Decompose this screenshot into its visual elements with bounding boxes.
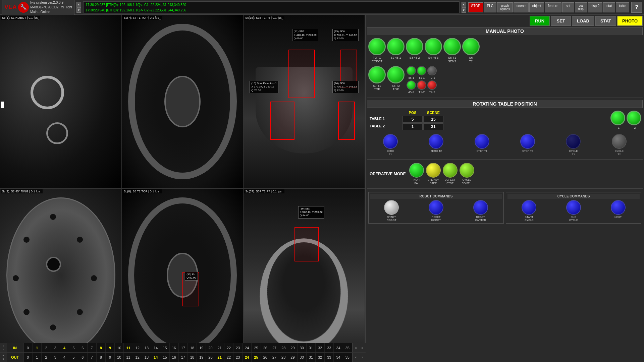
io-out-3[interactable]: 3 [51, 353, 60, 362]
io-out-14[interactable]: 14 [151, 353, 160, 362]
io-in-30[interactable]: 30 [298, 343, 307, 352]
photo-btn-s8t2[interactable]: S8 T2TOP [387, 66, 405, 92]
io-in-13[interactable]: 13 [142, 343, 151, 352]
io-in-10[interactable]: 10 [115, 343, 124, 352]
io-in-33[interactable]: 33 [325, 343, 334, 352]
op-normal-circle[interactable] [409, 163, 424, 178]
photo-btn-foto-robot[interactable]: FOTOROBOT [368, 38, 386, 63]
photo-btn-s345-2[interactable]: S3 45 2 [406, 38, 423, 63]
io-in-8[interactable]: 8 [97, 343, 106, 352]
cycle-t1-circle[interactable] [566, 134, 581, 149]
io-out-13[interactable]: 13 [142, 353, 151, 362]
io-right-out[interactable]: » [2, 357, 4, 361]
io-in-34[interactable]: 34 [334, 343, 343, 352]
end-cycle-circle[interactable] [566, 200, 581, 215]
io-in-22[interactable]: 22 [224, 343, 233, 352]
photo-button[interactable]: PHOTO [617, 16, 643, 26]
io-right-in[interactable]: » [2, 348, 4, 351]
io-out-20[interactable]: 20 [206, 353, 215, 362]
io-in-18[interactable]: 18 [188, 343, 197, 352]
zero-t2-btn[interactable]: ZERO T2 [414, 134, 458, 156]
cycle-t1-btn[interactable]: CYCLET1 [551, 134, 595, 156]
plc-button[interactable]: PLC [484, 2, 496, 12]
feature-button[interactable]: feature [545, 2, 561, 12]
io-in-21[interactable]: 21 [215, 343, 224, 352]
op-defectstop-circle[interactable] [443, 163, 458, 178]
io-out-31[interactable]: 31 [307, 353, 316, 362]
photo-btn-s5t1[interactable]: S5 T1SENS [443, 38, 461, 63]
table-button[interactable]: table [616, 2, 629, 12]
photo-btn-s245-1[interactable]: S2 45 1 [387, 38, 405, 63]
s345-2-circle[interactable] [406, 38, 423, 55]
zero-t1-btn[interactable]: ZEROT1 [368, 134, 413, 156]
io-in-9[interactable]: 9 [106, 343, 115, 352]
stop-button[interactable]: STOP [468, 2, 483, 12]
scroll-up[interactable]: ▲ [76, 2, 81, 7]
set-func-button[interactable]: SET [551, 16, 571, 26]
io-in-17[interactable]: 17 [179, 343, 188, 352]
object-button[interactable]: object [529, 2, 544, 12]
io-in-32[interactable]: 32 [316, 343, 325, 352]
scroll-up-right[interactable]: ▲ [462, 2, 466, 7]
op-stepbystep-btn[interactable]: STEP BYSTEP [426, 163, 441, 185]
io-in-29[interactable]: 29 [288, 343, 297, 352]
io-out-7[interactable]: 7 [88, 353, 97, 362]
reset-carter-circle[interactable] [473, 200, 488, 215]
next-btn[interactable]: NEXT [596, 200, 640, 222]
io-out-24[interactable]: 24 [243, 353, 252, 362]
s7t1-circle[interactable] [368, 66, 386, 83]
io-in-1[interactable]: 1 [33, 343, 42, 352]
io-out-33[interactable]: 33 [325, 353, 334, 362]
op-cyclecompl-circle[interactable] [460, 163, 474, 178]
io-out-2[interactable]: 2 [42, 353, 51, 362]
photo-btn-s445-3[interactable]: S4 45 3 [425, 38, 442, 63]
zero-t1-circle[interactable] [383, 134, 398, 149]
help-button[interactable]: ? [631, 2, 642, 13]
io-left-in[interactable]: « [2, 344, 4, 348]
op-stepbystep-circle[interactable] [426, 163, 441, 178]
op-normal-btn[interactable]: NORMAL [409, 163, 424, 185]
disp2-button[interactable]: disp 2 [588, 2, 603, 12]
io-end-right-in[interactable]: » [362, 346, 363, 350]
start-cycle-btn[interactable]: STARTCYCLE [507, 200, 551, 222]
stat-button[interactable]: stat [603, 2, 615, 12]
io-in-31[interactable]: 31 [307, 343, 316, 352]
foto-robot-circle[interactable] [368, 38, 386, 55]
io-out-5[interactable]: 5 [69, 353, 78, 362]
io-out-23[interactable]: 23 [233, 353, 243, 362]
s5t1-circle[interactable] [443, 38, 461, 55]
io-out-19[interactable]: 19 [197, 353, 206, 362]
set-disp-button[interactable]: setdisp [575, 2, 587, 12]
op-defectstop-btn[interactable]: DEFECTSTOP [443, 163, 458, 185]
photo-btn-s7t1[interactable]: S7 T1TOP [368, 66, 386, 92]
io-out-30[interactable]: 30 [298, 353, 307, 362]
io-in-2[interactable]: 2 [42, 343, 51, 352]
io-in-5[interactable]: 5 [69, 343, 78, 352]
io-in-27[interactable]: 27 [270, 343, 279, 352]
step-t1-circle[interactable] [475, 134, 489, 149]
cycle-t2-circle[interactable] [612, 134, 627, 149]
io-in-19[interactable]: 19 [197, 343, 206, 352]
io-in-3[interactable]: 3 [51, 343, 60, 352]
io-out-4[interactable]: 4 [60, 353, 69, 362]
io-in-25[interactable]: 25 [252, 343, 261, 352]
s445-3-circle[interactable] [425, 38, 442, 55]
io-in-0[interactable]: 0 [23, 343, 33, 352]
io-out-10[interactable]: 10 [115, 353, 124, 362]
io-in-20[interactable]: 20 [206, 343, 215, 352]
io-in-6[interactable]: 6 [78, 343, 87, 352]
io-out-21[interactable]: 21 [215, 353, 224, 362]
io-in-14[interactable]: 14 [151, 343, 160, 352]
graph-options-button[interactable]: graphoptions [497, 2, 513, 12]
io-in-23[interactable]: 23 [233, 343, 243, 352]
io-end-left-in[interactable]: « [355, 346, 357, 350]
load-button[interactable]: LOAD [572, 16, 594, 26]
io-in-24[interactable]: 24 [243, 343, 252, 352]
io-out-16[interactable]: 16 [170, 353, 179, 362]
io-in-26[interactable]: 26 [261, 343, 270, 352]
io-out-29[interactable]: 29 [288, 353, 297, 362]
io-out-25[interactable]: 25 [252, 353, 261, 362]
reset-carter-btn[interactable]: RESETCARTER [459, 200, 502, 222]
io-out-32[interactable]: 32 [316, 353, 325, 362]
step-t2-btn[interactable]: STEP T2 [505, 134, 550, 156]
